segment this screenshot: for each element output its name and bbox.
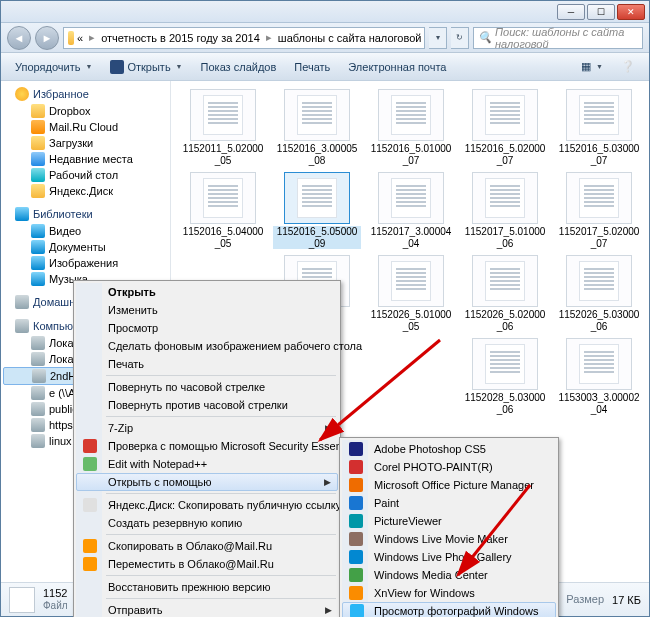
search-icon: 🔍	[478, 31, 492, 44]
ctx-item[interactable]: Проверка с помощью Microsoft Security Es…	[76, 437, 338, 455]
breadcrumb-part[interactable]: отчетность в 2015 году за 2014	[98, 32, 263, 44]
submenu-item[interactable]: PictureViewer	[342, 512, 556, 530]
file-item[interactable]: 1152017_5.02000_07	[555, 172, 643, 249]
view-button[interactable]: ▦▼	[573, 56, 611, 77]
ctx-item[interactable]: Edit with Notepad++	[76, 455, 338, 473]
ctx-item[interactable]: Изменить	[76, 301, 338, 319]
submenu-item[interactable]: XnView for Windows	[342, 584, 556, 602]
organize-button[interactable]: Упорядочить▼	[7, 57, 100, 77]
open-button[interactable]: Открыть▼	[102, 56, 190, 78]
refresh-button[interactable]: ↻	[451, 27, 469, 49]
search-input[interactable]: 🔍 Поиск: шаблоны с сайта налоговой	[473, 27, 643, 49]
sidebar-item-mailru[interactable]: Mail.Ru Cloud	[1, 119, 170, 135]
ctx-item[interactable]: Создать резервную копию	[76, 514, 338, 532]
file-item[interactable]: 1152011_5.02000_05	[179, 89, 267, 166]
email-button[interactable]: Электронная почта	[340, 57, 454, 77]
submenu-item[interactable]: Microsoft Office Picture Manager	[342, 476, 556, 494]
ctx-item[interactable]: Сделать фоновым изображением рабочего ст…	[76, 337, 338, 355]
file-item[interactable]: 1152026_5.01000_05	[367, 255, 455, 332]
sidebar-item-downloads[interactable]: Загрузки	[1, 135, 170, 151]
file-item[interactable]: 115300З_3.00002_04	[555, 338, 643, 415]
context-menu: ОткрытьИзменитьПросмотрСделать фоновым и…	[73, 280, 341, 617]
breadcrumb[interactable]: «▸ отчетность в 2015 году за 2014▸ шабло…	[63, 27, 425, 49]
sidebar-item-yadisk[interactable]: Яндекс.Диск	[1, 183, 170, 199]
nav-back-button[interactable]: ◄	[7, 26, 31, 50]
ctx-item[interactable]: Повернуть против часовой стрелки	[76, 396, 338, 414]
close-button[interactable]: ✕	[617, 4, 645, 20]
ctx-item[interactable]: Просмотр	[76, 319, 338, 337]
slideshow-button[interactable]: Показ слайдов	[193, 57, 285, 77]
sidebar-item-recent[interactable]: Недавние места	[1, 151, 170, 167]
sidebar-item-video[interactable]: Видео	[1, 223, 170, 239]
ctx-item[interactable]: Открыть	[76, 283, 338, 301]
nav-forward-button[interactable]: ►	[35, 26, 59, 50]
file-item[interactable]: 1152026_5.03000_06	[555, 255, 643, 332]
file-item[interactable]: 1152016_5.01000_07	[367, 89, 455, 166]
print-button[interactable]: Печать	[286, 57, 338, 77]
sidebar-item-dropbox[interactable]: Dropbox	[1, 103, 170, 119]
help-button[interactable]: ❔	[613, 56, 643, 77]
file-item[interactable]: 1152017_3.00004_04	[367, 172, 455, 249]
titlebar: ─ ☐ ✕	[1, 1, 649, 23]
library-icon	[15, 207, 29, 221]
toolbar: Упорядочить▼ Открыть▼ Показ слайдов Печа…	[1, 53, 649, 81]
file-item[interactable]: 1152016_3.00005_08	[273, 89, 361, 166]
favorites-header[interactable]: Избранное	[1, 85, 170, 103]
libraries-header[interactable]: Библиотеки	[1, 205, 170, 223]
address-bar: ◄ ► «▸ отчетность в 2015 году за 2014▸ ш…	[1, 23, 649, 53]
ctx-item[interactable]: Скопировать в Облако@Mail.Ru	[76, 537, 338, 555]
status-size: 17 КБ	[612, 594, 641, 606]
submenu-item[interactable]: Adobe Photoshop CS5	[342, 440, 556, 458]
file-item[interactable]: 1152016_5.03000_07	[555, 89, 643, 166]
status-info: 1152 Файл	[43, 587, 68, 611]
minimize-button[interactable]: ─	[557, 4, 585, 20]
file-item[interactable]: 1152017_5.01000_06	[461, 172, 549, 249]
sidebar-item-desktop[interactable]: Рабочий стол	[1, 167, 170, 183]
ctx-item[interactable]: Восстановить прежнюю версию	[76, 578, 338, 596]
status-thumb	[9, 587, 35, 613]
submenu-item[interactable]: Corel PHOTO-PAINT(R)	[342, 458, 556, 476]
file-item[interactable]: 1152016_5.04000_05	[179, 172, 267, 249]
file-item[interactable]: 1152016_5.05000_09	[273, 172, 361, 249]
sidebar-item-pictures[interactable]: Изображения	[1, 255, 170, 271]
breadcrumb-part[interactable]: шаблоны с сайта налоговой	[275, 32, 425, 44]
breadcrumb-part[interactable]: «	[74, 32, 86, 44]
ctx-item[interactable]: 7-Zip▶	[76, 419, 338, 437]
file-item[interactable]: 1152026_5.02000_06	[461, 255, 549, 332]
open-with-submenu: Adobe Photoshop CS5Corel PHOTO-PAINT(R)M…	[339, 437, 559, 617]
search-placeholder: Поиск: шаблоны с сайта налоговой	[495, 26, 638, 50]
maximize-button[interactable]: ☐	[587, 4, 615, 20]
ctx-item[interactable]: Переместить в Облако@Mail.Ru	[76, 555, 338, 573]
app-icon	[110, 60, 124, 74]
ctx-item[interactable]: Яндекс.Диск: Скопировать публичную ссылк…	[76, 496, 338, 514]
sidebar-item-documents[interactable]: Документы	[1, 239, 170, 255]
ctx-item[interactable]: Открыть с помощью▶	[76, 473, 338, 491]
file-item[interactable]: 1152016_5.02000_07	[461, 89, 549, 166]
submenu-item[interactable]: Windows Live Movie Maker	[342, 530, 556, 548]
submenu-item[interactable]: Просмотр фотографий Windows	[342, 602, 556, 617]
ctx-item[interactable]: Повернуть по часовой стрелке	[76, 378, 338, 396]
breadcrumb-dropdown[interactable]: ▾	[429, 27, 447, 49]
star-icon	[15, 87, 29, 101]
ctx-item[interactable]: Печать	[76, 355, 338, 373]
file-item[interactable]: 1152028_5.03000_06	[461, 338, 549, 415]
status-name: 1152	[43, 587, 68, 600]
ctx-item[interactable]: Отправить▶	[76, 601, 338, 617]
status-type: Файл	[43, 600, 68, 612]
submenu-item[interactable]: Paint	[342, 494, 556, 512]
submenu-item[interactable]: Windows Live Photo Gallery	[342, 548, 556, 566]
submenu-item[interactable]: Windows Media Center	[342, 566, 556, 584]
